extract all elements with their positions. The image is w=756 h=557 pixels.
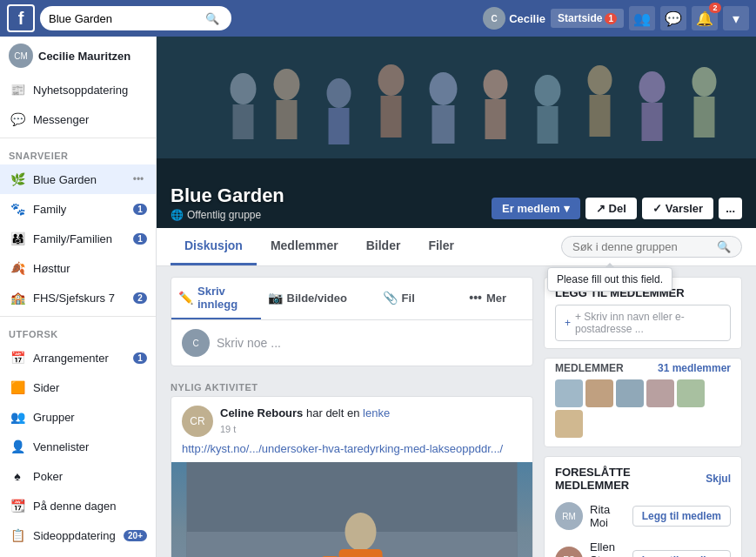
avatar: RM <box>555 502 583 530</box>
hide-button[interactable]: Skjul <box>706 473 731 485</box>
sidebar-item-family[interactable]: 🐾 Family 1 <box>0 194 156 224</box>
avatar: ES <box>555 547 583 558</box>
more-button[interactable]: ... <box>719 198 742 219</box>
nav-user[interactable]: C Cecilie <box>483 7 545 30</box>
fhs-icon: 🏫 <box>9 289 26 306</box>
member-thumb[interactable] <box>646 379 674 407</box>
post-tab-bilde[interactable]: 📷 Bilde/video <box>261 278 354 319</box>
avatar: CR <box>182 406 213 437</box>
post-tab-fil[interactable]: 📎 Fil <box>354 278 444 319</box>
svg-point-19 <box>692 67 717 97</box>
tabs-left: Diskusjon Medlemmer Bilder Filer <box>171 228 468 265</box>
group-name-area: Blue Garden 🌐 Offentlig gruppe <box>171 185 284 221</box>
sidebar-item-fhs[interactable]: 🏫 FHS/Sjefskurs 7 2 <box>0 283 156 312</box>
pencil-icon: ✏️ <box>178 291 193 305</box>
add-rita-button[interactable]: Legg til medlem <box>632 506 731 527</box>
member-thumb[interactable] <box>585 379 613 407</box>
member-thumb[interactable] <box>555 410 583 438</box>
divider <box>0 138 156 138</box>
share-icon: ↗ <box>596 202 605 215</box>
tab-medlemmer[interactable]: Medlemmer <box>257 228 352 265</box>
calendar-icon: 📅 <box>9 349 26 366</box>
sidebar-item-vennelister[interactable]: 👤 Vennelister <box>0 432 156 461</box>
search-bar[interactable]: 🔍 <box>40 6 231 30</box>
nav-username: Cecilie <box>509 12 545 25</box>
post-input[interactable]: Skriv noe ... <box>217 336 522 350</box>
sidebar-item-hostur[interactable]: 🍂 Høsttur <box>0 253 156 283</box>
sidebar-item-poker[interactable]: ♠️ Poker <box>0 461 156 491</box>
members-section: MEDLEMMER 31 medlemmer <box>544 358 742 447</box>
sidebar-item-grupper[interactable]: 👥 Grupper <box>0 402 156 432</box>
svg-point-24 <box>345 513 377 551</box>
page-update-icon: 📋 <box>9 527 26 544</box>
more-icon[interactable]: ••• <box>130 171 147 188</box>
sidebar-item-family-familien[interactable]: 👨‍👩‍👧 Family/Familien 1 <box>0 224 156 253</box>
facebook-logo[interactable]: f <box>7 4 35 32</box>
share-button[interactable]: ↗ Del <box>585 198 637 219</box>
notifications-icon[interactable]: 🔔 2 <box>692 6 718 30</box>
sidebar-item-messenger[interactable]: 💬 Messenger <box>0 104 156 134</box>
activity-text: Celine Rebours har delt en lenke 19 t <box>220 406 522 437</box>
group-icon: 🌿 <box>9 171 26 188</box>
shortcuts-section-title: SNARVEIER <box>0 142 156 164</box>
svg-rect-4 <box>277 100 298 139</box>
family-icon: 🐾 <box>9 200 26 218</box>
sidebar-item-pa-denne-dagen[interactable]: 📆 På denne dagen <box>0 491 156 520</box>
nav-right: C Cecilie Startside 1 👥 💬 🔔 2 ▾ <box>483 6 749 30</box>
group-search-input[interactable] <box>572 240 712 253</box>
right-sidebar: LEGG TIL MEDLEMMER + + Skriv inn navn el… <box>544 277 742 557</box>
top-navigation: f 🔍 C Cecilie Startside 1 👥 💬 🔔 2 ▾ <box>0 0 756 37</box>
startside-button[interactable]: Startside 1 <box>551 9 624 28</box>
group-search[interactable]: 🔍 <box>561 236 742 258</box>
add-ellen-button[interactable]: Legg til medlem <box>632 550 731 558</box>
member-avatars <box>545 379 741 446</box>
sidebar-item-sider[interactable]: 🟧 Sider <box>0 372 156 402</box>
sidebar-profile[interactable]: CM Cecilie Mauritzen <box>0 37 156 75</box>
post-tab-skriv[interactable]: ✏️ Skriv innlegg <box>171 278 261 319</box>
group-cover: Blue Garden 🌐 Offentlig gruppe Er medlem… <box>157 37 756 228</box>
activity-post: CR Celine Rebours har delt en lenke 19 t… <box>171 396 533 557</box>
sidebar-item-arrangementer[interactable]: 📅 Arrangementer 1 <box>0 343 156 372</box>
on-this-day-icon: 📆 <box>9 497 26 514</box>
sidebar-item-bilder[interactable]: 🖼️ Bilder <box>0 550 156 557</box>
svg-rect-18 <box>642 103 663 141</box>
tab-filer[interactable]: Filer <box>414 228 468 265</box>
svg-rect-10 <box>432 105 455 144</box>
group-tabs: Diskusjon Medlemmer Bilder Filer 🔍 Pleas… <box>157 228 756 266</box>
activity-post-header: CR Celine Rebours har delt en lenke 19 t <box>171 397 532 442</box>
friend-requests-icon[interactable]: 👥 <box>629 6 655 30</box>
sidebar-item-blue-garden[interactable]: 🌿 Blue Garden ••• <box>0 164 156 194</box>
settings-icon[interactable]: ▾ <box>723 6 749 30</box>
camera-icon: 📷 <box>268 291 283 305</box>
search-icon: 🔍 <box>205 12 219 25</box>
suggested-header: FORESLÅTTE MEDLEMMER Skjul <box>545 457 741 497</box>
svg-point-5 <box>327 78 351 108</box>
avatar: C <box>483 7 505 30</box>
member-button[interactable]: Er medlem ▾ <box>492 198 579 219</box>
chevron-down-icon: ▾ <box>564 202 570 215</box>
post-tab-mer[interactable]: ••• Mer <box>443 278 532 319</box>
add-member-input[interactable]: + + Skriv inn navn eller e-postadresse .… <box>555 305 731 341</box>
member-thumb[interactable] <box>677 379 705 407</box>
group-type: 🌐 Offentlig gruppe <box>171 209 284 221</box>
check-icon: ✓ <box>652 202 662 215</box>
messenger-icon[interactable]: 💬 <box>660 6 686 30</box>
globe-icon: 🌐 <box>171 209 184 221</box>
search-input[interactable] <box>49 12 205 25</box>
activity-link-preview[interactable]: http://kyst.no/.../undersoker-hva-taredy… <box>171 442 532 462</box>
svg-rect-8 <box>381 96 402 138</box>
sidebar-item-nyhetsopp[interactable]: 📰 Nyhetsoppdatering <box>0 75 156 104</box>
avatar: C <box>182 329 210 357</box>
member-thumb[interactable] <box>555 379 583 407</box>
messenger-sidebar-icon: 💬 <box>9 111 26 128</box>
notify-button[interactable]: ✓ Varsler <box>642 198 713 219</box>
svg-rect-16 <box>590 95 611 137</box>
sidebar-item-sideoppdatering[interactable]: 📋 Sideoppdatering 20+ <box>0 520 156 550</box>
main-content: Blue Garden 🌐 Offentlig gruppe Er medlem… <box>157 37 756 557</box>
svg-rect-12 <box>485 99 506 139</box>
tab-diskusjon[interactable]: Diskusjon <box>171 228 257 265</box>
tab-bilder[interactable]: Bilder <box>352 228 415 265</box>
group-name: Blue Garden <box>171 185 284 207</box>
tooltip: Please fill out this field. <box>547 267 672 292</box>
member-thumb[interactable] <box>616 379 644 407</box>
